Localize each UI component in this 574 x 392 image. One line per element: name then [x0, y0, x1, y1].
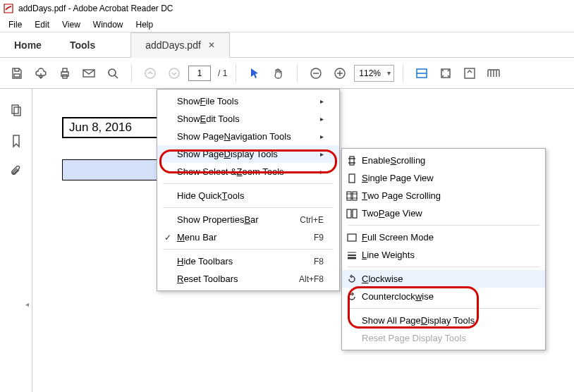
acrobat-icon: [3, 3, 14, 14]
zoom-value: 112%: [359, 68, 381, 78]
svg-rect-19: [347, 209, 351, 218]
svg-rect-20: [353, 209, 357, 218]
hand-tool-icon[interactable]: [269, 63, 288, 83]
page-display-submenu: Enable Scrolling Single Page View Two Pa…: [341, 148, 546, 350]
fullscreen-icon[interactable]: [460, 63, 480, 83]
thumbnails-icon[interactable]: [8, 102, 25, 118]
menu-edit[interactable]: Edit: [29, 18, 55, 31]
tab-bar: Home Tools addDays.pdf ✕: [0, 32, 574, 58]
toolbar-context-menu: Show File Tools▸ Show Edit Tools▸ Show P…: [157, 89, 340, 291]
enable-scrolling-icon: [346, 155, 358, 166]
submenu-arrow-icon: ▸: [320, 168, 324, 176]
submenu-arrow-icon: ▸: [320, 115, 324, 123]
svg-rect-17: [347, 192, 351, 200]
menu-single-page-view[interactable]: Single Page View: [342, 169, 545, 187]
menu-help[interactable]: Help: [130, 18, 159, 31]
page-total-label: / 1: [218, 68, 227, 78]
menu-show-edit-tools[interactable]: Show Edit Tools▸: [157, 110, 339, 128]
menu-hide-toolbars[interactable]: Hide ToolbarsF8: [157, 252, 339, 270]
save-icon[interactable]: [7, 63, 27, 83]
zoom-in-icon[interactable]: [330, 63, 350, 83]
two-page-scroll-icon: [346, 190, 358, 202]
svg-rect-13: [12, 105, 18, 114]
svg-rect-18: [353, 192, 357, 200]
menu-rotate-counterclockwise[interactable]: Counterclockwise: [342, 288, 545, 305]
svg-point-6: [145, 68, 155, 78]
submenu-arrow-icon: ▸: [320, 97, 324, 105]
left-sidebar: ◂: [0, 89, 32, 392]
menu-show-all-display-tools[interactable]: Show All Page Display Tools: [342, 312, 545, 329]
menu-rotate-clockwise[interactable]: Clockwise: [342, 270, 545, 288]
read-mode-icon[interactable]: [484, 63, 503, 83]
tab-tools-label: Tools: [70, 39, 95, 51]
print-icon[interactable]: [55, 63, 75, 83]
line-weights-icon: [346, 250, 358, 261]
tab-document[interactable]: addDays.pdf ✕: [130, 32, 230, 58]
menu-view[interactable]: View: [56, 18, 86, 31]
zoom-select[interactable]: 112%: [354, 65, 394, 82]
menu-enable-scrolling[interactable]: Enable Scrolling: [342, 152, 545, 169]
cloud-icon[interactable]: [31, 63, 51, 83]
two-page-icon: [346, 208, 358, 219]
tab-home[interactable]: Home: [0, 32, 56, 57]
menu-bar: File Edit View Window Help: [0, 17, 574, 32]
svg-rect-14: [14, 107, 20, 116]
window-title: addDays.pdf - Adobe Acrobat Reader DC: [18, 4, 173, 13]
title-bar: addDays.pdf - Adobe Acrobat Reader DC: [0, 0, 574, 17]
main-toolbar: / 1 112%: [0, 58, 574, 89]
menu-two-page-view[interactable]: Two Page View: [342, 204, 545, 222]
svg-rect-0: [14, 74, 20, 77]
svg-rect-2: [63, 68, 67, 72]
menu-reset-toolbars[interactable]: Reset ToolbarsAlt+F8: [157, 270, 339, 288]
submenu-arrow-icon: ▸: [320, 150, 324, 158]
selection-arrow-icon[interactable]: [245, 63, 264, 83]
page-number-input[interactable]: [188, 66, 211, 81]
submenu-arrow-icon: ▸: [320, 133, 324, 140]
menu-show-zoom-tools[interactable]: Show Select & Zoom Tools▸: [157, 163, 339, 180]
menu-show-display-tools[interactable]: Show Page Display Tools▸: [157, 145, 339, 163]
svg-rect-15: [350, 157, 354, 165]
date-text-field[interactable]: Jun 8, 2016: [62, 117, 161, 138]
fullscreen-small-icon: [346, 232, 358, 243]
collapse-sidebar-icon[interactable]: ◂: [25, 300, 29, 308]
rotate-cw-icon: [346, 274, 358, 285]
menu-file[interactable]: File: [3, 18, 28, 31]
mail-icon[interactable]: [79, 63, 99, 83]
tab-home-label: Home: [14, 39, 42, 51]
toolbar-separator: [297, 64, 298, 82]
page-down-icon[interactable]: [164, 63, 184, 83]
menu-show-nav-tools[interactable]: Show Page Navigation Tools▸: [157, 128, 339, 145]
bookmark-icon[interactable]: [8, 133, 25, 149]
single-page-icon: [346, 173, 358, 184]
svg-rect-21: [348, 234, 356, 241]
menu-full-screen-mode[interactable]: Full Screen Mode: [342, 228, 545, 246]
menu-reset-display-tools: Reset Page Display Tools: [342, 329, 545, 347]
fit-page-icon[interactable]: [436, 63, 456, 83]
toolbar-separator: [236, 64, 236, 82]
zoom-out-icon[interactable]: [306, 63, 326, 83]
tab-tools[interactable]: Tools: [56, 32, 109, 57]
svg-rect-16: [349, 174, 355, 183]
svg-point-5: [109, 69, 116, 76]
tab-document-label: addDays.pdf: [145, 39, 201, 51]
menu-menu-bar[interactable]: Menu BarF9: [157, 228, 339, 246]
menu-show-file-tools[interactable]: Show File Tools▸: [157, 92, 339, 110]
toolbar-separator: [403, 64, 403, 82]
menu-two-page-scrolling[interactable]: Two Page Scrolling: [342, 187, 545, 204]
toolbar-separator: [131, 64, 132, 82]
search-icon[interactable]: [103, 63, 123, 83]
page-up-icon[interactable]: [140, 63, 160, 83]
menu-window[interactable]: Window: [87, 18, 129, 31]
empty-form-field[interactable]: [62, 159, 161, 180]
fit-width-icon[interactable]: [412, 63, 432, 83]
menu-show-properties-bar[interactable]: Show Properties BarCtrl+E: [157, 211, 339, 228]
attachment-icon[interactable]: [8, 164, 25, 180]
menu-line-weights[interactable]: Line Weights: [342, 246, 545, 264]
close-tab-icon[interactable]: ✕: [208, 40, 215, 50]
svg-point-7: [169, 68, 179, 78]
menu-hide-quick-tools[interactable]: Hide Quick Tools: [157, 187, 339, 204]
rotate-ccw-icon: [346, 291, 358, 302]
